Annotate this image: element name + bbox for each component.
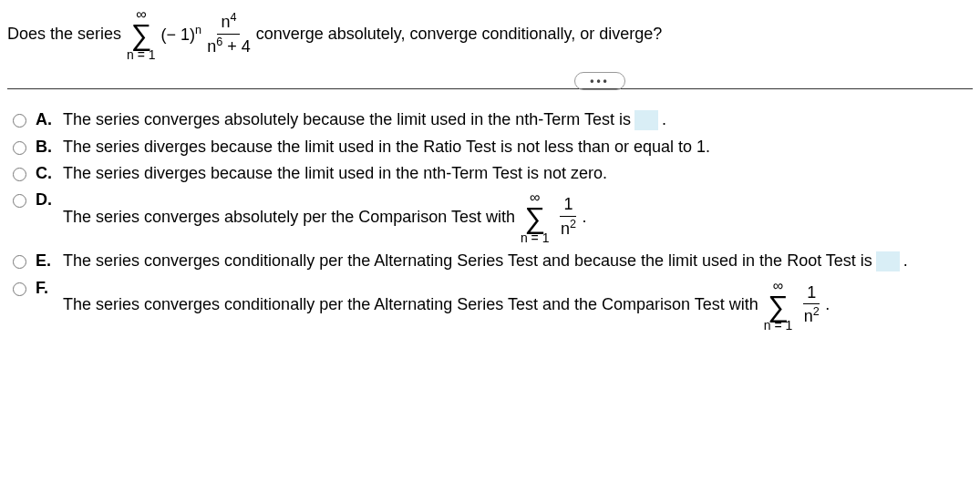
option-letter: C. xyxy=(36,164,56,183)
radio-d[interactable] xyxy=(13,194,26,208)
sigma-notation: ∞ ∑ n = 1 xyxy=(521,190,550,244)
option-body: The series converges conditionally per t… xyxy=(63,251,908,271)
sigma-notation: ∞ ∑ n = 1 xyxy=(764,279,793,333)
answer-blank[interactable] xyxy=(876,251,900,271)
divider xyxy=(7,88,973,89)
fraction: 1 n2 xyxy=(803,284,820,327)
fraction: n4 n6 + 4 xyxy=(207,12,251,56)
ellipsis-badge[interactable]: ••• xyxy=(573,72,627,90)
option-c[interactable]: C. The series diverges because the limit… xyxy=(7,164,973,183)
answer-blank[interactable] xyxy=(634,110,658,130)
option-body: The series converges absolutely per the … xyxy=(63,190,586,244)
term: (− 1)n xyxy=(161,24,202,45)
option-body: The series diverges because the limit us… xyxy=(63,138,710,157)
option-d[interactable]: D. The series converges absolutely per t… xyxy=(7,190,973,244)
radio-e[interactable] xyxy=(13,255,26,269)
question-text: Does the series ∞ ∑ n = 1 (− 1)n n4 n6 +… xyxy=(7,7,973,61)
question-suffix: converge absolutely, converge conditiona… xyxy=(256,25,663,44)
option-body: The series diverges because the limit us… xyxy=(63,164,607,183)
option-f[interactable]: F. The series converges conditionally pe… xyxy=(7,279,973,333)
radio-b[interactable] xyxy=(13,141,26,155)
option-e[interactable]: E. The series converges conditionally pe… xyxy=(7,251,973,271)
radio-f[interactable] xyxy=(13,282,26,296)
option-b[interactable]: B. The series diverges because the limit… xyxy=(7,138,973,157)
option-letter: B. xyxy=(36,138,56,157)
option-a[interactable]: A. The series converges absolutely becau… xyxy=(7,110,973,130)
question-prefix: Does the series xyxy=(7,25,121,44)
fraction: 1 n2 xyxy=(560,196,576,239)
option-letter: A. xyxy=(36,110,56,129)
option-letter: E. xyxy=(36,251,56,271)
option-body: The series converges conditionally per t… xyxy=(63,279,830,333)
radio-a[interactable] xyxy=(13,114,26,128)
sigma-notation: ∞ ∑ n = 1 xyxy=(127,7,156,61)
radio-c[interactable] xyxy=(13,168,26,181)
option-body: The series converges absolutely because … xyxy=(63,110,666,130)
option-letter: F. xyxy=(36,279,56,298)
option-letter: D. xyxy=(36,190,56,210)
